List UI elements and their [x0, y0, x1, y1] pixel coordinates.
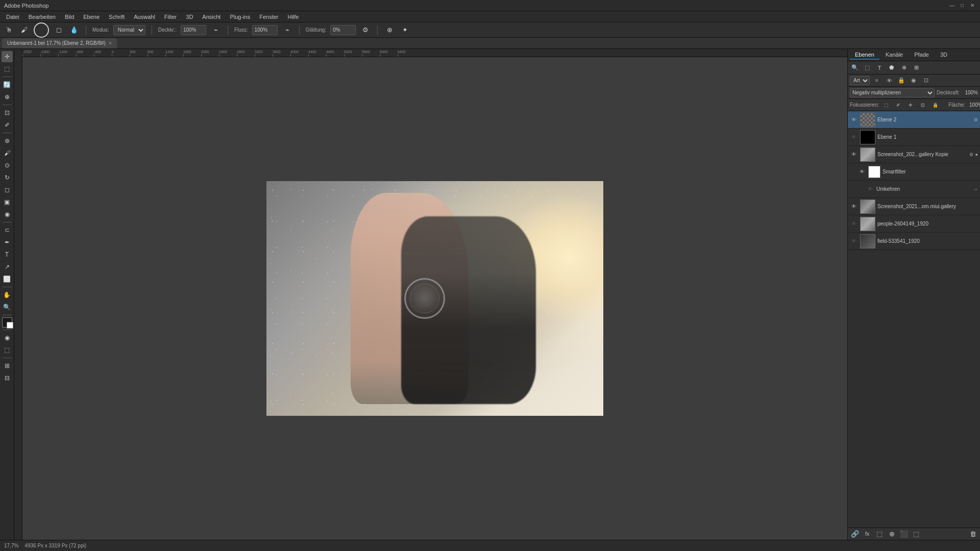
tab-ebenen[interactable]: Ebenen: [850, 51, 879, 60]
select-tool[interactable]: ⬚: [2, 63, 13, 74]
brush-tool[interactable]: 🖌: [2, 147, 13, 159]
eye-icon[interactable]: 👁: [884, 76, 894, 86]
shape-tool[interactable]: ⬜: [2, 273, 13, 285]
brush-tool-icon[interactable]: 🖌: [18, 24, 30, 36]
layer-smartfilter[interactable]: 👁 Smartfilter: [848, 163, 980, 181]
pixel-layers-icon[interactable]: ⬚: [862, 63, 872, 73]
extra-icon[interactable]: ✦: [399, 24, 410, 36]
layer-smartobj-icon[interactable]: ⚙: [969, 152, 973, 157]
lock-icon[interactable]: 🔒: [896, 76, 906, 86]
hand-tool[interactable]: ✋: [2, 289, 13, 300]
menu-plugins[interactable]: Plug-ins: [226, 13, 254, 21]
layer-screenshot-2021[interactable]: 👁 Screenshot_2021...om.miui.gallery: [848, 198, 980, 215]
lock-position-icon[interactable]: ✛: [905, 100, 916, 110]
dodge-tool[interactable]: ⊂: [2, 224, 13, 236]
filter-toggle[interactable]: ⊡: [921, 76, 931, 86]
canvas-content[interactable]: [22, 57, 847, 540]
pen-tool[interactable]: ✒: [2, 237, 13, 248]
deckkraft-input[interactable]: [181, 25, 206, 35]
menu-schrift[interactable]: Schrift: [105, 13, 129, 21]
menu-ansicht[interactable]: Ansicht: [198, 13, 225, 21]
move-tool-icon[interactable]: 🖱: [3, 24, 14, 36]
healing-tool[interactable]: ⊛: [2, 135, 13, 146]
search-type-select[interactable]: Art: [850, 76, 870, 85]
lasso-tool[interactable]: 🔄: [2, 79, 13, 90]
document-tab[interactable]: Unbenannt-1 bei 17,7% (Ebene 2, RGB/8#) …: [2, 38, 117, 48]
close-button[interactable]: ✕: [969, 2, 976, 9]
eraser-tool[interactable]: ◻: [2, 184, 13, 195]
quick-mask-tool[interactable]: ◉: [2, 332, 13, 343]
lock-all-icon[interactable]: 🔒: [930, 100, 940, 110]
extra-tool-1[interactable]: ⊞: [2, 360, 13, 371]
zoom-tool[interactable]: 🔍: [2, 302, 13, 313]
layer-vis-field[interactable]: 👁: [850, 237, 858, 245]
menu-fenster[interactable]: Fenster: [255, 13, 282, 21]
eyedropper-tool[interactable]: ✐: [2, 119, 13, 131]
pressure-opacity-icon[interactable]: ⌁: [210, 24, 222, 36]
smoothing-options-icon[interactable]: ⚙: [360, 24, 371, 36]
layer-screenshot-kopie[interactable]: 👁 Screenshot_202...gallery Kopie ⚙ ●: [848, 146, 980, 163]
brush-mode-select[interactable]: Normal: [113, 25, 145, 35]
layer-style-button[interactable]: fx: [862, 529, 872, 539]
layer-ebene-1[interactable]: 👁 Ebene 1: [848, 129, 980, 146]
layer-settings-icon-ebene-2[interactable]: ⚙: [974, 117, 978, 122]
blur-tool[interactable]: ◉: [2, 209, 13, 220]
maximize-button[interactable]: □: [959, 2, 966, 9]
add-mask-button[interactable]: ⬚: [874, 529, 885, 539]
symmetry-icon[interactable]: ⊕: [384, 24, 395, 36]
magic-wand-tool[interactable]: ⊕: [2, 91, 13, 103]
blend-mode-select[interactable]: Negativ multiplizieren: [850, 88, 935, 97]
tab-kanaele[interactable]: Kanäle: [880, 51, 908, 60]
canvas-area[interactable]: -2532 -1600 -1200 -800 -400 0 400 800 12…: [14, 49, 847, 540]
glattung-input[interactable]: [330, 25, 356, 35]
layer-people[interactable]: 👁 people-2604149_1920: [848, 215, 980, 233]
search-icon[interactable]: ≡: [872, 76, 882, 86]
shape-layers-icon[interactable]: ⬟: [887, 63, 897, 73]
crop-tool[interactable]: ⊡: [2, 107, 13, 118]
layer-ebene-2[interactable]: 👁 Ebene 2 ⚙: [848, 111, 980, 129]
tab-close-button[interactable]: ×: [109, 40, 112, 46]
path-selection-tool[interactable]: ↗: [2, 261, 13, 272]
menu-3d[interactable]: 3D: [182, 13, 197, 21]
layer-field[interactable]: 👁 field-533541_1920: [848, 233, 980, 250]
adjustment-layers-icon[interactable]: ⊕: [899, 63, 909, 73]
foreground-color[interactable]: [2, 317, 12, 328]
layer-vis-screenshot-2021[interactable]: 👁: [850, 203, 858, 211]
menu-ebene[interactable]: Ebene: [79, 13, 104, 21]
clone-tool[interactable]: ⊙: [2, 160, 13, 171]
extra-tool-2[interactable]: ⊟: [2, 372, 13, 384]
tool-options-icon[interactable]: ◻: [53, 24, 64, 36]
screen-mode-tool[interactable]: ⬚: [2, 344, 13, 356]
link-layers-button[interactable]: 🔗: [850, 529, 860, 539]
layer-vis-umkehren[interactable]: 👁: [866, 185, 874, 193]
menu-hilfe[interactable]: Hilfe: [283, 13, 303, 21]
tab-pfade[interactable]: Pfade: [909, 51, 934, 60]
airbrush-icon[interactable]: 💧: [68, 24, 80, 36]
layer-expand-icon[interactable]: ↔: [973, 187, 978, 192]
tab-3d[interactable]: 3D: [935, 51, 952, 60]
pressure-flow-icon[interactable]: ⌁: [282, 24, 293, 36]
layer-vis-ebene-1[interactable]: 👁: [850, 133, 858, 141]
layer-umkehren[interactable]: 👁 Umkehren ↔: [848, 181, 980, 198]
color-icon[interactable]: ◉: [909, 76, 919, 86]
menu-filter[interactable]: Filter: [160, 13, 181, 21]
move-tool[interactable]: ✛: [2, 51, 13, 62]
new-adjustment-button[interactable]: ⊕: [887, 529, 897, 539]
delete-layer-button[interactable]: 🗑: [968, 529, 978, 539]
menu-datei[interactable]: Datei: [2, 13, 23, 21]
lock-pixels-icon[interactable]: ✐: [893, 100, 903, 110]
minimize-button[interactable]: —: [948, 2, 955, 9]
new-group-button[interactable]: ⬛: [899, 529, 909, 539]
new-layer-button[interactable]: ⬚: [911, 529, 921, 539]
lock-artboard-icon[interactable]: ⊡: [918, 100, 928, 110]
menu-bild[interactable]: Bild: [61, 13, 78, 21]
layer-vis-people[interactable]: 👁: [850, 220, 858, 228]
type-tool[interactable]: T: [2, 249, 13, 260]
layer-vis-screenshot-kopie[interactable]: 👁: [850, 151, 858, 159]
smartobj-layers-icon[interactable]: ⊞: [911, 63, 921, 73]
history-brush-tool[interactable]: ↻: [2, 172, 13, 183]
layer-vis-smartfilter[interactable]: 👁: [858, 168, 866, 176]
lock-transparent-icon[interactable]: ⬚: [881, 100, 891, 110]
menu-auswahl[interactable]: Auswahl: [130, 13, 159, 21]
menu-bearbeiten[interactable]: Bearbeiten: [24, 13, 60, 21]
